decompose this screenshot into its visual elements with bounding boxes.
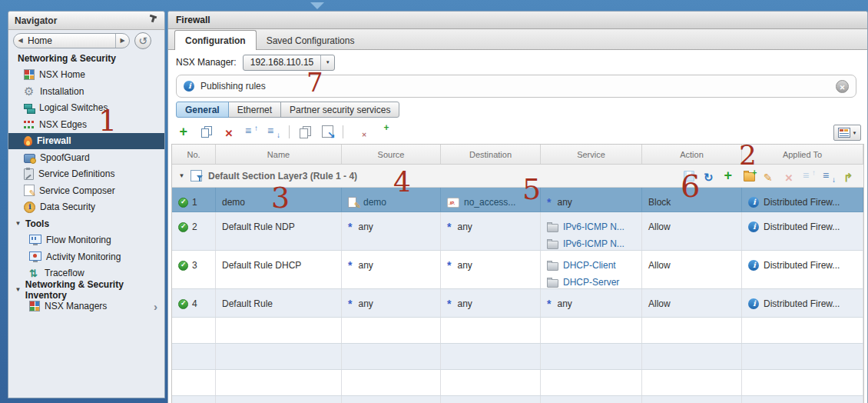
empty-cell [342, 344, 441, 369]
nsx-managers-icon [29, 301, 40, 311]
move-rule-up-button[interactable] [244, 125, 258, 138]
history-button[interactable] [134, 32, 151, 49]
object-link[interactable]: no_access... [464, 197, 515, 208]
column-header-action[interactable]: Action [642, 145, 742, 164]
copy-rule-button[interactable] [200, 125, 214, 138]
subtab-ethernet[interactable]: Ethernet [228, 102, 281, 118]
add-rule-above-button[interactable] [843, 170, 855, 182]
add-rule-icon [179, 126, 190, 138]
subtab-partner-security-services[interactable]: Partner security services [280, 102, 399, 118]
security-group-icon [348, 197, 359, 208]
collapse-triangle-icon[interactable]: ▼ [15, 220, 22, 227]
sidebar-item-service-definitions[interactable]: Service Definitions [8, 166, 164, 183]
sidebar-item-nsx-home[interactable]: NSX Home [8, 67, 164, 84]
gear-icon [24, 86, 35, 97]
home-breadcrumb[interactable]: ◀ Home ▶ [13, 33, 130, 48]
firewall-rule-row[interactable]: 4Default RuleanyanyanyAllowDistributed F… [172, 289, 863, 318]
sidebar-item-networking-security-inventory[interactable]: ▼Networking & Security Inventory [8, 281, 164, 298]
any-asterisk-icon [348, 261, 352, 270]
move-up-disabled-button [803, 170, 815, 182]
collapse-triangle-icon[interactable]: ▼ [178, 172, 185, 179]
empty-cell [742, 396, 863, 403]
sidebar-item-tools[interactable]: ▼Tools [8, 215, 164, 232]
sidebar-item-label: Tools [25, 218, 49, 229]
rule-number: 2 [192, 221, 197, 232]
chevron-right-icon[interactable]: › [154, 301, 157, 312]
pin-icon[interactable] [149, 15, 158, 25]
any-asterisk-icon [547, 198, 551, 207]
object-link[interactable]: DHCP-Client [563, 260, 616, 271]
refresh-button[interactable] [703, 170, 715, 182]
empty-cell [172, 318, 216, 343]
sidebar-item-data-security[interactable]: Data Security [8, 199, 164, 216]
sidebar-item-label: NSX Managers [45, 301, 107, 311]
column-header-applied-to[interactable]: Applied To [742, 145, 863, 164]
empty-cell [541, 396, 642, 403]
rule-action: Allow [648, 260, 671, 271]
edges-icon [24, 120, 35, 129]
cell-applied-to: Distributed Firew... [742, 251, 863, 288]
nsx-home-icon [24, 69, 35, 80]
any-label: any [457, 221, 472, 232]
object-link[interactable]: DHCP-Server [563, 277, 619, 288]
move-rule-down-button[interactable] [267, 125, 280, 138]
empty-cell [541, 318, 642, 343]
any-asterisk-icon [348, 223, 352, 231]
back-arrow-icon[interactable]: ◀ [14, 34, 27, 48]
rule-action: Allow [648, 221, 671, 232]
empty-cell [216, 370, 342, 395]
tab-saved-configurations[interactable]: Saved Configurations [257, 32, 365, 49]
add-folder-button[interactable] [743, 170, 755, 182]
column-header-source[interactable]: Source [342, 145, 441, 164]
sidebar-item-installation[interactable]: Installation [8, 83, 164, 100]
vsphere-client-window: Navigator ◀ Home ▶ Networking & Security… [0, 0, 868, 403]
cell-source: any [342, 251, 441, 288]
export-rules-button[interactable] [320, 125, 334, 138]
object-link[interactable]: IPv6-ICMP N... [563, 221, 624, 232]
tab-configuration[interactable]: Configuration [174, 30, 257, 50]
add-rule-button[interactable] [723, 170, 735, 182]
column-header-no[interactable]: No. [172, 145, 216, 164]
delete-rule-button[interactable] [222, 125, 236, 138]
chevron-down-icon: ▼ [853, 131, 857, 135]
info-icon [748, 260, 759, 271]
info-icon [748, 197, 759, 208]
sidebar-item-firewall[interactable]: Firewall [8, 133, 164, 150]
object-link[interactable]: demo [363, 197, 386, 208]
subtab-general[interactable]: General [176, 102, 229, 118]
object-link[interactable]: IPv6-ICMP N... [563, 238, 624, 249]
column-header-name[interactable]: Name [216, 145, 342, 164]
cell-service: IPv6-ICMP N...IPv6-ICMP N... [541, 212, 642, 250]
edit-section-button[interactable] [763, 170, 775, 182]
empty-cell [541, 370, 642, 395]
sidebar-item-flow-monitoring[interactable]: Flow Monitoring [8, 232, 164, 249]
sidebar-item-activity-monitoring[interactable]: Activity Monitoring [8, 248, 164, 265]
annotation-6: 6 [681, 171, 700, 202]
clear-filter-button[interactable] [352, 125, 366, 138]
cell-content: demo [348, 194, 434, 211]
folder-icon [547, 224, 558, 232]
collapse-triangle-icon[interactable]: ▼ [15, 286, 22, 293]
banner-close-button[interactable] [836, 80, 849, 93]
sidebar-item-label: Traceflow [45, 268, 84, 278]
applied-to-text: Distributed Firew... [764, 197, 840, 208]
forward-arrow-icon[interactable]: ▶ [115, 34, 129, 48]
sidebar-item-label: Activity Monitoring [46, 251, 121, 262]
add-rule-icon [724, 170, 735, 182]
move-down-button[interactable] [823, 170, 835, 182]
sidebar-item-logical-switches[interactable]: Logical Switches [8, 100, 164, 117]
copy-rule-icon [201, 126, 212, 137]
sidebar-item-service-composer[interactable]: Service Composer [8, 182, 164, 199]
column-chooser-button[interactable]: ▼ [833, 125, 861, 141]
sidebar-item-nsx-edges[interactable]: NSX Edges [8, 116, 164, 133]
firewall-rule-row[interactable]: 2Default Rule NDPanyanyIPv6-ICMP N...IPv… [172, 212, 863, 251]
sidebar-item-spoofguard[interactable]: SpoofGuard [8, 149, 164, 166]
column-header-service[interactable]: Service [541, 145, 642, 164]
any-asterisk-icon [447, 300, 451, 308]
empty-table-row [172, 344, 863, 370]
copy-rules-button[interactable] [298, 125, 312, 138]
add-rule-button[interactable] [177, 125, 191, 138]
column-header-destination[interactable]: Destination [441, 145, 541, 164]
firewall-rule-row[interactable]: 3Default Rule DHCPanyanyDHCP-ClientDHCP-… [172, 251, 863, 289]
apply-filter-button[interactable] [374, 125, 388, 138]
